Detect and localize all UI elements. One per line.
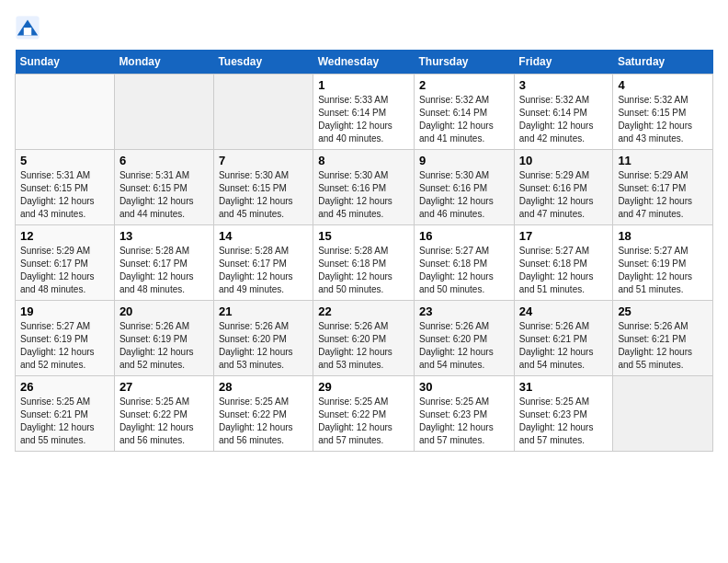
calendar-cell: 5Sunrise: 5:31 AM Sunset: 6:15 PM Daylig…: [16, 150, 115, 225]
day-of-week-wednesday: Wednesday: [313, 50, 415, 75]
calendar-cell: 26Sunrise: 5:25 AM Sunset: 6:21 PM Dayli…: [16, 376, 115, 452]
day-info: Sunrise: 5:32 AM Sunset: 6:14 PM Dayligh…: [519, 94, 609, 145]
day-number: 21: [219, 304, 308, 318]
logo-icon: [15, 15, 40, 40]
calendar-cell: 9Sunrise: 5:30 AM Sunset: 6:16 PM Daylig…: [415, 150, 515, 225]
day-number: 2: [419, 78, 509, 92]
day-number: 26: [20, 380, 109, 394]
day-number: 11: [618, 154, 708, 167]
day-info: Sunrise: 5:28 AM Sunset: 6:17 PM Dayligh…: [219, 245, 308, 296]
day-number: 19: [20, 304, 109, 318]
day-number: 28: [219, 380, 308, 394]
day-info: Sunrise: 5:29 AM Sunset: 6:17 PM Dayligh…: [618, 169, 708, 221]
logo: [15, 15, 44, 40]
calendar-cell: 22Sunrise: 5:26 AM Sunset: 6:20 PM Dayli…: [313, 301, 415, 376]
day-number: 10: [519, 154, 609, 167]
day-info: Sunrise: 5:29 AM Sunset: 6:16 PM Dayligh…: [519, 169, 609, 221]
day-number: 13: [119, 229, 209, 243]
header: [15, 15, 713, 40]
day-info: Sunrise: 5:26 AM Sunset: 6:20 PM Dayligh…: [419, 320, 509, 372]
day-number: 27: [119, 380, 209, 394]
day-number: 23: [419, 304, 509, 318]
calendar-cell: [213, 75, 313, 150]
day-info: Sunrise: 5:30 AM Sunset: 6:15 PM Dayligh…: [219, 169, 308, 221]
day-info: Sunrise: 5:25 AM Sunset: 6:23 PM Dayligh…: [419, 396, 509, 447]
day-of-week-tuesday: Tuesday: [213, 50, 313, 75]
day-number: 29: [318, 380, 409, 394]
calendar-cell: 15Sunrise: 5:28 AM Sunset: 6:18 PM Dayli…: [313, 225, 415, 301]
day-info: Sunrise: 5:30 AM Sunset: 6:16 PM Dayligh…: [419, 169, 509, 221]
calendar-cell: 21Sunrise: 5:26 AM Sunset: 6:20 PM Dayli…: [213, 301, 313, 376]
day-number: 22: [318, 304, 409, 318]
calendar-cell: 31Sunrise: 5:25 AM Sunset: 6:23 PM Dayli…: [514, 376, 613, 452]
day-info: Sunrise: 5:28 AM Sunset: 6:17 PM Dayligh…: [119, 245, 209, 296]
calendar-cell: 4Sunrise: 5:32 AM Sunset: 6:15 PM Daylig…: [613, 75, 713, 150]
calendar-cell: 25Sunrise: 5:26 AM Sunset: 6:21 PM Dayli…: [613, 301, 713, 376]
calendar-week-row: 19Sunrise: 5:27 AM Sunset: 6:19 PM Dayli…: [16, 301, 713, 376]
day-info: Sunrise: 5:27 AM Sunset: 6:19 PM Dayligh…: [618, 245, 708, 296]
day-info: Sunrise: 5:26 AM Sunset: 6:20 PM Dayligh…: [318, 320, 409, 372]
day-of-week-friday: Friday: [514, 50, 613, 75]
day-number: 4: [618, 78, 708, 92]
calendar-week-row: 5Sunrise: 5:31 AM Sunset: 6:15 PM Daylig…: [16, 150, 713, 225]
calendar-header-row: SundayMondayTuesdayWednesdayThursdayFrid…: [16, 50, 713, 75]
calendar-week-row: 1Sunrise: 5:33 AM Sunset: 6:14 PM Daylig…: [16, 75, 713, 150]
day-number: 20: [119, 304, 209, 318]
day-number: 6: [119, 154, 209, 167]
day-number: 30: [419, 380, 509, 394]
calendar-cell: [114, 75, 213, 150]
calendar-cell: 11Sunrise: 5:29 AM Sunset: 6:17 PM Dayli…: [613, 150, 713, 225]
day-info: Sunrise: 5:33 AM Sunset: 6:14 PM Dayligh…: [318, 94, 409, 145]
day-info: Sunrise: 5:27 AM Sunset: 6:18 PM Dayligh…: [419, 245, 509, 296]
calendar-cell: 29Sunrise: 5:25 AM Sunset: 6:22 PM Dayli…: [313, 376, 415, 452]
day-number: 14: [219, 229, 308, 243]
day-info: Sunrise: 5:25 AM Sunset: 6:22 PM Dayligh…: [119, 396, 209, 447]
day-of-week-monday: Monday: [114, 50, 213, 75]
day-info: Sunrise: 5:26 AM Sunset: 6:20 PM Dayligh…: [219, 320, 308, 372]
calendar-cell: [613, 376, 713, 452]
calendar-cell: 16Sunrise: 5:27 AM Sunset: 6:18 PM Dayli…: [415, 225, 515, 301]
calendar-cell: 12Sunrise: 5:29 AM Sunset: 6:17 PM Dayli…: [16, 225, 115, 301]
svg-rect-2: [24, 28, 31, 35]
calendar-cell: 7Sunrise: 5:30 AM Sunset: 6:15 PM Daylig…: [213, 150, 313, 225]
day-number: 18: [618, 229, 708, 243]
day-info: Sunrise: 5:30 AM Sunset: 6:16 PM Dayligh…: [318, 169, 409, 221]
day-of-week-thursday: Thursday: [415, 50, 515, 75]
day-info: Sunrise: 5:26 AM Sunset: 6:21 PM Dayligh…: [519, 320, 609, 372]
calendar-cell: 23Sunrise: 5:26 AM Sunset: 6:20 PM Dayli…: [415, 301, 515, 376]
day-number: 16: [419, 229, 509, 243]
calendar-cell: 27Sunrise: 5:25 AM Sunset: 6:22 PM Dayli…: [114, 376, 213, 452]
calendar-cell: 2Sunrise: 5:32 AM Sunset: 6:14 PM Daylig…: [415, 75, 515, 150]
day-info: Sunrise: 5:25 AM Sunset: 6:22 PM Dayligh…: [219, 396, 308, 447]
calendar-week-row: 26Sunrise: 5:25 AM Sunset: 6:21 PM Dayli…: [16, 376, 713, 452]
day-number: 31: [519, 380, 609, 394]
day-info: Sunrise: 5:29 AM Sunset: 6:17 PM Dayligh…: [20, 245, 109, 296]
calendar-cell: 14Sunrise: 5:28 AM Sunset: 6:17 PM Dayli…: [213, 225, 313, 301]
day-info: Sunrise: 5:25 AM Sunset: 6:22 PM Dayligh…: [318, 396, 409, 447]
calendar-cell: 8Sunrise: 5:30 AM Sunset: 6:16 PM Daylig…: [313, 150, 415, 225]
day-number: 5: [20, 154, 109, 167]
day-info: Sunrise: 5:32 AM Sunset: 6:14 PM Dayligh…: [419, 94, 509, 145]
calendar-cell: 3Sunrise: 5:32 AM Sunset: 6:14 PM Daylig…: [514, 75, 613, 150]
day-number: 9: [419, 154, 509, 167]
day-info: Sunrise: 5:31 AM Sunset: 6:15 PM Dayligh…: [119, 169, 209, 221]
day-number: 8: [318, 154, 409, 167]
calendar-cell: 13Sunrise: 5:28 AM Sunset: 6:17 PM Dayli…: [114, 225, 213, 301]
calendar-cell: 17Sunrise: 5:27 AM Sunset: 6:18 PM Dayli…: [514, 225, 613, 301]
day-info: Sunrise: 5:25 AM Sunset: 6:21 PM Dayligh…: [20, 396, 109, 447]
calendar-cell: 24Sunrise: 5:26 AM Sunset: 6:21 PM Dayli…: [514, 301, 613, 376]
calendar-week-row: 12Sunrise: 5:29 AM Sunset: 6:17 PM Dayli…: [16, 225, 713, 301]
day-number: 12: [20, 229, 109, 243]
day-info: Sunrise: 5:27 AM Sunset: 6:18 PM Dayligh…: [519, 245, 609, 296]
day-number: 24: [519, 304, 609, 318]
day-number: 17: [519, 229, 609, 243]
day-number: 7: [219, 154, 308, 167]
calendar-cell: 19Sunrise: 5:27 AM Sunset: 6:19 PM Dayli…: [16, 301, 115, 376]
day-number: 1: [318, 78, 409, 92]
calendar-cell: [16, 75, 115, 150]
day-info: Sunrise: 5:26 AM Sunset: 6:21 PM Dayligh…: [618, 320, 708, 372]
day-of-week-sunday: Sunday: [16, 50, 115, 75]
day-number: 3: [519, 78, 609, 92]
calendar-cell: 1Sunrise: 5:33 AM Sunset: 6:14 PM Daylig…: [313, 75, 415, 150]
calendar-table: SundayMondayTuesdayWednesdayThursdayFrid…: [15, 50, 713, 452]
